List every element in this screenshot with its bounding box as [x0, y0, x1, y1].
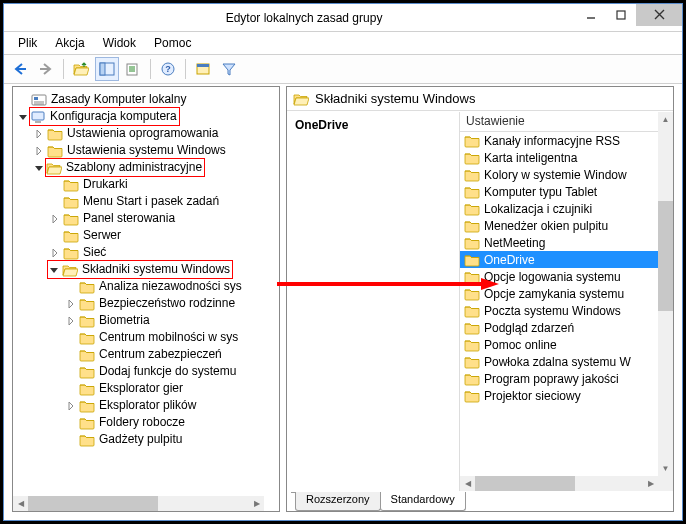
tree-item-label: Gadżety pulpitu	[99, 431, 182, 448]
folder-icon	[464, 372, 480, 386]
list-item-label: Kolory w systemie Window	[484, 168, 627, 182]
list-item[interactable]: Poczta systemu Windows	[460, 302, 658, 319]
list-item[interactable]: Komputer typu Tablet	[460, 183, 658, 200]
folder-icon	[464, 253, 480, 267]
nav-back-button[interactable]	[8, 57, 32, 81]
tree-item[interactable]: Foldery robocze	[17, 414, 279, 431]
scroll-thumb[interactable]	[658, 201, 673, 311]
tree-item[interactable]: Biometria	[17, 312, 279, 329]
scroll-up-icon[interactable]: ▲	[658, 112, 673, 127]
list-item[interactable]: Opcje logowania systemu	[460, 268, 658, 285]
folder-icon	[464, 185, 480, 199]
tree-h-scrollbar[interactable]: ◀ ▶	[13, 496, 264, 511]
tree-item[interactable]: Składniki systemu Windows	[17, 261, 279, 278]
list-item[interactable]: Podgląd zdarzeń	[460, 319, 658, 336]
scroll-thumb[interactable]	[28, 496, 158, 511]
scroll-left-icon[interactable]: ◀	[13, 496, 28, 511]
properties-button[interactable]	[191, 57, 215, 81]
list-v-scrollbar[interactable]: ▲ ▼	[658, 112, 673, 476]
tree-item-label: Menu Start i pasek zadań	[83, 193, 219, 210]
tree-item[interactable]: Bezpieczeństwo rodzinne	[17, 295, 279, 312]
collapse-icon[interactable]	[17, 111, 29, 123]
expand-icon[interactable]	[65, 400, 77, 412]
list-item[interactable]: Pomoc online	[460, 336, 658, 353]
tree-item[interactable]: Analiza niezawodności sys	[17, 278, 279, 295]
tree-item[interactable]: Dodaj funkcje do systemu	[17, 363, 279, 380]
list-h-scrollbar[interactable]: ◀ ▶	[460, 476, 658, 491]
scroll-left-icon[interactable]: ◀	[460, 476, 475, 491]
list-item-label: NetMeeting	[484, 236, 545, 250]
tree-item[interactable]: Sieć	[17, 244, 279, 261]
tree-item-label: Serwer	[83, 227, 121, 244]
nav-forward-button[interactable]	[34, 57, 58, 81]
folder-open-icon	[46, 161, 62, 175]
tree-item[interactable]: Drukarki	[17, 176, 279, 193]
tree-item[interactable]: Konfiguracja komputera	[17, 108, 279, 125]
expand-icon[interactable]	[49, 213, 61, 225]
collapse-icon[interactable]	[48, 264, 60, 276]
tree-item[interactable]: Centrum zabezpieczeń	[17, 346, 279, 363]
details-description: OneDrive	[287, 112, 459, 491]
menu-help[interactable]: Pomoc	[146, 34, 199, 52]
filter-button[interactable]	[217, 57, 241, 81]
list-item[interactable]: Program poprawy jakości	[460, 370, 658, 387]
folder-icon	[464, 202, 480, 216]
scroll-right-icon[interactable]: ▶	[249, 496, 264, 511]
list-item[interactable]: Projektor sieciowy	[460, 387, 658, 404]
scroll-thumb[interactable]	[475, 476, 575, 491]
tree-item[interactable]: Zasady Komputer lokalny	[17, 91, 279, 108]
tree-item[interactable]: Serwer	[17, 227, 279, 244]
scroll-down-icon[interactable]: ▼	[658, 461, 673, 476]
expand-icon[interactable]	[33, 145, 45, 157]
tree-item[interactable]: Menu Start i pasek zadań	[17, 193, 279, 210]
list-item-label: Program poprawy jakości	[484, 372, 619, 386]
menu-action[interactable]: Akcja	[47, 34, 92, 52]
tab-extended[interactable]: Rozszerzony	[295, 492, 381, 511]
list-item[interactable]: Menedżer okien pulpitu	[460, 217, 658, 234]
folder-open-icon	[62, 263, 78, 277]
menu-view[interactable]: Widok	[95, 34, 144, 52]
list-item[interactable]: Opcje zamykania systemu	[460, 285, 658, 302]
scroll-right-icon[interactable]: ▶	[643, 476, 658, 491]
expand-icon[interactable]	[65, 298, 77, 310]
list-item-label: Lokalizacja i czujniki	[484, 202, 592, 216]
menu-file[interactable]: Plik	[10, 34, 45, 52]
tree-item[interactable]: Panel sterowania	[17, 210, 279, 227]
up-button[interactable]	[69, 57, 93, 81]
settings-list[interactable]: Kanały informacyjne RSSKarta inteligentn…	[460, 132, 658, 476]
maximize-button[interactable]	[606, 4, 636, 26]
help-button[interactable]: ?	[156, 57, 180, 81]
collapse-icon[interactable]	[33, 162, 45, 174]
expand-icon[interactable]	[65, 315, 77, 327]
minimize-button[interactable]	[576, 4, 606, 26]
list-item[interactable]: OneDrive	[460, 251, 658, 268]
list-item-label: Menedżer okien pulpitu	[484, 219, 608, 233]
folder-icon	[79, 314, 95, 328]
column-header-setting[interactable]: Ustawienie	[460, 112, 673, 132]
tab-standard[interactable]: Standardowy	[380, 492, 466, 511]
show-hide-tree-button[interactable]	[95, 57, 119, 81]
folder-icon	[464, 151, 480, 165]
tree-item-label: Drukarki	[83, 176, 128, 193]
list-item[interactable]: Kolory w systemie Window	[460, 166, 658, 183]
tree-item[interactable]: Centrum mobilności w sys	[17, 329, 279, 346]
list-item[interactable]: Powłoka zdalna systemu W	[460, 353, 658, 370]
list-item[interactable]: Lokalizacja i czujniki	[460, 200, 658, 217]
policy-tree[interactable]: Zasady Komputer lokalnyKonfiguracja komp…	[13, 87, 279, 496]
tree-item[interactable]: Szablony administracyjne	[17, 159, 279, 176]
expand-icon[interactable]	[33, 128, 45, 140]
expand-icon[interactable]	[49, 247, 61, 259]
tree-item[interactable]: Ustawienia oprogramowania	[17, 125, 279, 142]
list-item[interactable]: NetMeeting	[460, 234, 658, 251]
tree-item[interactable]: Eksplorator plików	[17, 397, 279, 414]
list-item[interactable]: Kanały informacyjne RSS	[460, 132, 658, 149]
folder-icon	[79, 348, 95, 362]
tree-item[interactable]: Ustawienia systemu Windows	[17, 142, 279, 159]
folder-icon	[464, 304, 480, 318]
close-button[interactable]	[636, 4, 682, 26]
tree-item[interactable]: Eksplorator gier	[17, 380, 279, 397]
list-item[interactable]: Karta inteligentna	[460, 149, 658, 166]
export-list-button[interactable]	[121, 57, 145, 81]
tree-item[interactable]: Gadżety pulpitu	[17, 431, 279, 448]
toolbar: ?	[4, 54, 682, 84]
